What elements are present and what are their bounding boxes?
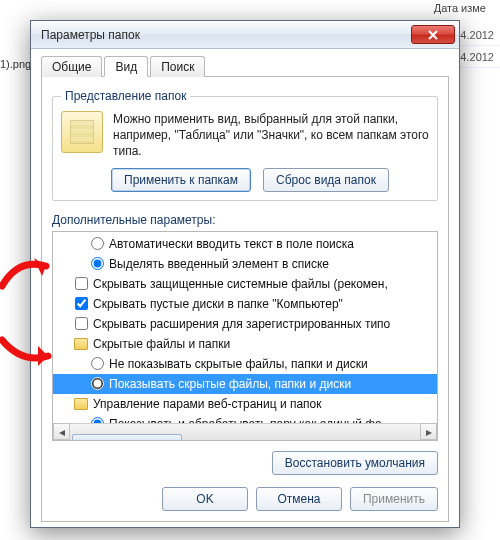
- horizontal-scrollbar[interactable]: ◂ ▸: [53, 423, 437, 440]
- list-item-label: Скрывать защищенные системные файлы (рек…: [93, 277, 388, 291]
- advanced-settings-list[interactable]: Автоматически вводить текст в поле поиск…: [52, 231, 438, 441]
- close-button[interactable]: [411, 25, 455, 44]
- tabstrip: Общие Вид Поиск: [41, 55, 449, 77]
- scroll-thumb[interactable]: [72, 434, 182, 441]
- scroll-right-button[interactable]: ▸: [420, 423, 437, 440]
- list-item[interactable]: Управление парами веб-страниц и папок: [53, 394, 437, 414]
- list-item-label: Не показывать скрытые файлы, папки и дис…: [109, 357, 368, 371]
- advanced-settings-label: Дополнительные параметры:: [52, 213, 438, 227]
- radio-icon[interactable]: [89, 377, 105, 390]
- scroll-left-button[interactable]: ◂: [53, 423, 70, 440]
- list-item[interactable]: Скрывать расширения для зарегистрированн…: [53, 314, 437, 334]
- list-item-label: Скрытые файлы и папки: [93, 337, 230, 351]
- list-item[interactable]: Скрывать пустые диски в папке "Компьютер…: [53, 294, 437, 314]
- radio[interactable]: [91, 237, 104, 250]
- dialog-title: Параметры папок: [41, 28, 140, 42]
- list-item-label: Скрывать пустые диски в папке "Компьютер…: [93, 297, 343, 311]
- list-item-label: Автоматически вводить текст в поле поиск…: [109, 237, 354, 251]
- dialog-footer: OK Отмена Применить: [52, 475, 438, 511]
- folder-options-dialog: Параметры папок Общие Вид Поиск Представ…: [30, 20, 460, 528]
- folder-group-icon: [73, 398, 89, 410]
- folder-views-legend: Представление папок: [61, 89, 190, 103]
- checkbox[interactable]: [75, 297, 88, 310]
- list-item[interactable]: Скрывать защищенные системные файлы (рек…: [53, 274, 437, 294]
- cancel-button[interactable]: Отмена: [256, 487, 342, 511]
- tab-view[interactable]: Вид: [104, 56, 148, 77]
- list-item-label: Скрывать расширения для зарегистрированн…: [93, 317, 390, 331]
- tab-general[interactable]: Общие: [41, 56, 102, 77]
- apply-to-folders-button[interactable]: Применить к папкам: [111, 168, 251, 192]
- checkbox-icon[interactable]: [73, 277, 89, 290]
- radio[interactable]: [91, 357, 104, 370]
- tab-panel-view: Представление папок Можно применить вид,…: [41, 77, 449, 522]
- column-header-date: Дата изме: [434, 2, 486, 14]
- radio-icon[interactable]: [89, 257, 105, 270]
- list-item-label: Управление парами веб-страниц и папок: [93, 397, 322, 411]
- folder-icon: [74, 398, 88, 410]
- folder-views-icon: [61, 111, 103, 153]
- ok-button[interactable]: OK: [162, 487, 248, 511]
- radio[interactable]: [91, 377, 104, 390]
- list-item[interactable]: Не показывать скрытые файлы, папки и дис…: [53, 354, 437, 374]
- radio[interactable]: [91, 257, 104, 270]
- apply-button[interactable]: Применить: [350, 487, 438, 511]
- folder-views-group: Представление папок Можно применить вид,…: [52, 89, 438, 201]
- radio-icon[interactable]: [89, 237, 105, 250]
- folder-group-icon: [73, 338, 89, 350]
- checkbox-icon[interactable]: [73, 297, 89, 310]
- checkbox[interactable]: [75, 317, 88, 330]
- list-item[interactable]: Скрытые файлы и папки: [53, 334, 437, 354]
- checkbox-icon[interactable]: [73, 317, 89, 330]
- list-item[interactable]: Автоматически вводить текст в поле поиск…: [53, 234, 437, 254]
- folder-icon: [74, 338, 88, 350]
- reset-folders-button[interactable]: Сброс вида папок: [263, 168, 389, 192]
- filename-fragment: 1).png: [0, 58, 31, 70]
- folder-views-text: Можно применить вид, выбранный для этой …: [113, 111, 429, 160]
- titlebar: Параметры папок: [31, 21, 459, 49]
- restore-defaults-button[interactable]: Восстановить умолчания: [272, 451, 438, 475]
- radio-icon[interactable]: [89, 357, 105, 370]
- close-icon: [427, 30, 439, 40]
- list-item-label: Показывать скрытые файлы, папки и диски: [109, 377, 351, 391]
- checkbox[interactable]: [75, 277, 88, 290]
- list-item[interactable]: Выделять введенный элемент в списке: [53, 254, 437, 274]
- list-item-label: Выделять введенный элемент в списке: [109, 257, 329, 271]
- list-item[interactable]: Показывать скрытые файлы, папки и диски: [53, 374, 437, 394]
- tab-search[interactable]: Поиск: [150, 56, 205, 77]
